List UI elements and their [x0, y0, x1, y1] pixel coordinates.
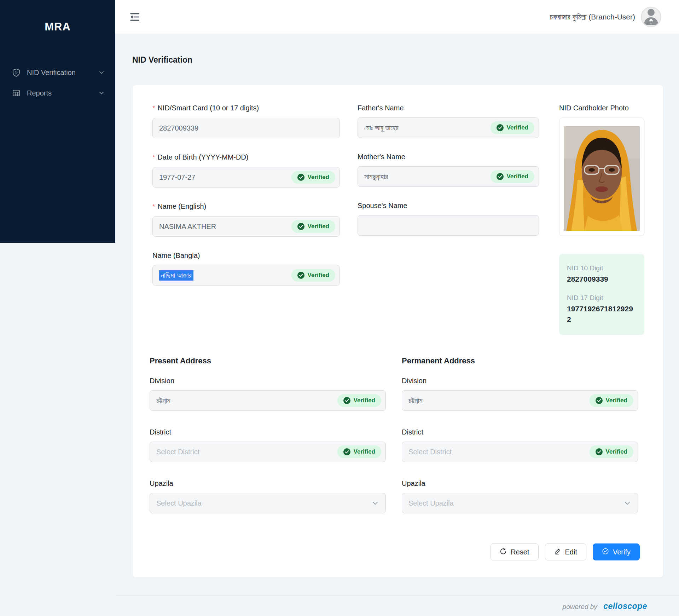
chevron-down-icon: [98, 90, 105, 96]
name-english-input[interactable]: NASIMA AKTHER Verified: [152, 216, 340, 237]
field-permanent-division: Division চট্টগ্রাম Verified: [402, 376, 638, 411]
sidebar-nav: NID Verification Reports: [0, 62, 115, 103]
field-present-division: Division চট্টগ্রাম Verified: [150, 376, 386, 411]
check-circle-icon: [497, 173, 504, 180]
dob-input[interactable]: 1977-07-27 Verified: [152, 167, 340, 188]
chevron-down-icon: [371, 499, 379, 507]
nid-17-digit-label: NID 17 Digit: [567, 294, 636, 302]
nid-form-card: * NID/Smart Card (10 or 17 digits) 28270…: [132, 85, 663, 578]
field-label: Mother's Name: [358, 152, 539, 161]
table-icon: [12, 89, 21, 97]
verified-badge: Verified: [491, 121, 534, 134]
field-label: * Date of Birth (YYYY-MM-DD): [152, 152, 340, 162]
verified-badge: Verified: [337, 394, 381, 407]
top-header: চকবাজার কুমিল্লা (Branch-User): [115, 0, 679, 34]
check-circle-icon: [497, 124, 504, 131]
check-circle-icon: [343, 397, 350, 404]
father-name-input[interactable]: মোঃ আবু তাহের Verified: [358, 117, 539, 138]
nid-10-digit-value: 2827009339: [567, 274, 636, 284]
field-name-bangla: Name (Bangla) নাছিমা আক্তার Verified: [152, 251, 340, 286]
selected-text: নাছিমা আক্তার: [159, 270, 193, 281]
page-title: NID Verification: [132, 55, 663, 65]
sidebar-collapse-button[interactable]: [127, 10, 141, 24]
powered-by-text: powered by: [563, 603, 597, 610]
present-address-section: Present Address Division চট্টগ্রাম Verif…: [150, 356, 386, 513]
permanent-division-input[interactable]: চট্টগ্রাম Verified: [402, 390, 638, 411]
person-icon: [642, 7, 660, 26]
check-circle-icon: [596, 397, 603, 404]
cardholder-portrait-image: [564, 126, 640, 231]
present-address-heading: Present Address: [150, 356, 386, 365]
verified-badge: Verified: [590, 445, 633, 458]
sidebar: MRA NID Verification: [0, 0, 115, 243]
sidebar-item-nid-verification[interactable]: NID Verification: [0, 62, 115, 83]
user-name: চকবাজার কুমিল্লা (Branch-User): [550, 13, 635, 21]
mother-name-input[interactable]: সামছুন্নাহার Verified: [358, 166, 539, 187]
field-label: Name (Bangla): [152, 251, 340, 260]
verify-button[interactable]: Verify: [593, 543, 640, 560]
content: NID Verification * NID/Smart Card (10 or…: [115, 55, 679, 578]
permanent-district-select[interactable]: Select District Verified: [402, 442, 638, 462]
permanent-upazila-select[interactable]: Select Upazila: [402, 493, 638, 513]
nid-17-digit-value: 19771926718129292: [567, 304, 636, 324]
check-circle-icon: [297, 174, 304, 181]
required-asterisk: *: [152, 153, 155, 162]
field-spouse-name: Spouse's Name: [358, 201, 539, 236]
permanent-address-heading: Permanent Address: [402, 356, 638, 365]
field-label: Father's Name: [358, 103, 539, 113]
brand-logo: MRA: [0, 21, 115, 33]
nid-10-digit-label: NID 10 Digit: [567, 264, 636, 272]
present-upazila-select[interactable]: Select Upazila: [150, 493, 386, 513]
verified-badge: Verified: [337, 445, 381, 458]
menu-fold-icon: [129, 18, 140, 24]
field-label: * NID/Smart Card (10 or 17 digits): [152, 103, 340, 113]
field-name-english: * Name (English) NASIMA AKTHER Verified: [152, 202, 340, 237]
field-present-upazila: Upazila Select Upazila: [150, 479, 386, 513]
avatar[interactable]: [641, 7, 661, 27]
field-father-name: Father's Name মোঃ আবু তাহের Verified: [358, 103, 539, 138]
sidebar-item-label: Reports: [27, 89, 98, 97]
verified-badge: Verified: [291, 220, 335, 233]
sidebar-item-reports[interactable]: Reports: [0, 83, 115, 103]
edit-button[interactable]: Edit: [545, 543, 586, 560]
chevron-down-icon: [98, 69, 105, 76]
field-present-district: District Select District Verified: [150, 427, 386, 462]
nid-summary-box: NID 10 Digit 2827009339 NID 17 Digit 197…: [559, 254, 644, 335]
name-bangla-input[interactable]: নাছিমা আক্তার Verified: [152, 265, 340, 286]
field-permanent-upazila: Upazila Select Upazila: [402, 479, 638, 513]
present-division-input[interactable]: চট্টগ্রাম Verified: [150, 390, 386, 411]
field-mother-name: Mother's Name সামছুন্নাহার Verified: [358, 152, 539, 187]
field-dob: * Date of Birth (YYYY-MM-DD) 1977-07-27 …: [152, 152, 340, 188]
field-label: * Name (English): [152, 202, 340, 211]
spouse-name-input[interactable]: [358, 215, 539, 236]
check-circle-icon: [596, 448, 603, 455]
check-circle-icon: [602, 548, 609, 557]
check-circle-icon: [297, 223, 304, 230]
check-circle-icon: [343, 448, 350, 455]
permanent-address-section: Permanent Address Division চট্টগ্রাম Ver…: [402, 356, 638, 513]
present-district-select[interactable]: Select District Verified: [150, 442, 386, 462]
verified-badge: Verified: [291, 269, 335, 282]
main-area: চকবাজার কুমিল্লা (Branch-User) NID Verif…: [115, 0, 679, 611]
required-asterisk: *: [152, 104, 155, 113]
chevron-down-icon: [623, 499, 631, 507]
verified-badge: Verified: [491, 170, 534, 183]
verified-badge: Verified: [590, 394, 633, 407]
footer: powered by celloscope: [115, 595, 679, 611]
nid-photo: [559, 117, 644, 236]
reset-button[interactable]: Reset: [491, 543, 538, 560]
sidebar-item-label: NID Verification: [27, 69, 98, 77]
field-permanent-district: District Select District Verified: [402, 427, 638, 462]
user-menu: চকবাজার কুমিল্লা (Branch-User): [550, 7, 661, 27]
required-asterisk: *: [152, 202, 155, 211]
field-nid: * NID/Smart Card (10 or 17 digits) 28270…: [152, 103, 340, 138]
photo-label: NID Cardholder Photo: [559, 103, 644, 113]
form-actions: Reset Edit: [150, 543, 649, 560]
check-circle-icon: [297, 272, 304, 279]
verified-badge: Verified: [291, 171, 335, 184]
nid-input[interactable]: 2827009339: [152, 118, 340, 138]
celloscope-logo: celloscope: [603, 601, 647, 611]
reload-icon: [500, 548, 507, 557]
pencil-icon: [554, 548, 561, 557]
field-label: Spouse's Name: [358, 201, 539, 210]
